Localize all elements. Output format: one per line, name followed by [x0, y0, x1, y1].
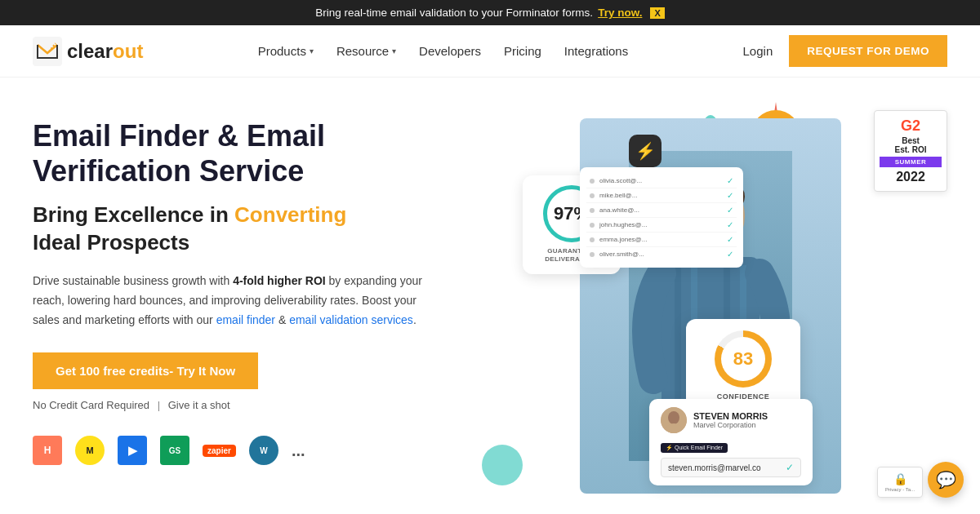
chat-icon: 💬 [936, 470, 956, 490]
email-list-card: olivia.scott@...✓ mike.bell@...✓ ana.whi… [580, 167, 743, 268]
navbar: clearout Products ▾ Resource ▾ Developer… [0, 25, 980, 78]
products-chevron-icon: ▾ [310, 47, 314, 55]
logo[interactable]: clearout [33, 37, 143, 66]
pabbly-icon[interactable]: ▶ [118, 436, 147, 465]
nav-item-products[interactable]: Products ▾ [258, 44, 314, 58]
nav-right: Login REQUEST FOR DEMO [743, 35, 947, 67]
list-row: john.hughes@...✓ [586, 218, 737, 233]
steven-company: Marvel Corporation [693, 421, 768, 429]
recaptcha-widget: 🔒 Privacy - Ta... [877, 467, 923, 498]
g2-logo: G2 [880, 117, 942, 135]
hero-subtitle-plain: Bring Excellence in [33, 202, 234, 227]
hero-subtitle-highlight: Converting [234, 202, 346, 227]
hero-subtitle-end: Ideal Prospects [33, 230, 189, 255]
list-dot [590, 237, 595, 242]
nav-links: Products ▾ Resource ▾ Developers Pricing… [169, 44, 716, 58]
chat-bubble[interactable]: 💬 [928, 462, 964, 498]
cta-subtext: No Credit Card Required | Give it a shot [33, 399, 457, 411]
request-demo-button[interactable]: REQUEST FOR DEMO [789, 35, 947, 67]
list-dot [590, 179, 595, 184]
hero-image-area: ⚡ 97% GUARANTEED DELIVERABLES olivia.sco… [474, 102, 866, 507]
top-banner: Bring real-time email validation to your… [0, 0, 980, 25]
quick-email-icon: ⚡ [666, 445, 673, 450]
svg-text:M: M [86, 445, 93, 455]
email-finder-link[interactable]: email finder [216, 313, 275, 326]
nav-item-developers[interactable]: Developers [419, 44, 481, 58]
nav-item-pricing[interactable]: Pricing [504, 44, 541, 58]
email-check-icon: ✓ [786, 462, 794, 473]
g2-roi: Est. ROI [880, 145, 942, 154]
banner-text: Bring real-time email validation to your… [315, 7, 593, 19]
zapier-icon[interactable]: zapier [203, 445, 236, 457]
banner-close[interactable]: X [650, 7, 664, 19]
hero-roi-bold: 4-fold higher ROI [233, 274, 326, 287]
steven-badge: ⚡ Quick Email Finder [661, 443, 728, 453]
g2-summer: SUMMER [880, 157, 942, 167]
steven-header: STEVEN MORRIS Marvel Corporation [661, 407, 801, 433]
recaptcha-logo: 🔒 [884, 472, 915, 485]
g2-year: 2022 [880, 170, 942, 184]
confidence-circle: 83 [715, 330, 772, 388]
integrations-bar: H M ▶ GS zapier W ... [33, 436, 457, 465]
hero-title: Email Finder & EmailVerification Service [33, 118, 457, 188]
confidence-score: 83 [733, 348, 753, 370]
steven-name: STEVEN MORRIS [693, 411, 768, 421]
wordpress-icon[interactable]: W [249, 436, 278, 465]
svg-text:W: W [260, 446, 268, 455]
email-validation-link[interactable]: email validation services [289, 313, 413, 326]
svg-text:H: H [44, 445, 51, 456]
g2-badge: G2 Best Est. ROI SUMMER 2022 [874, 110, 947, 192]
steven-email: steven.morris@marvel.co ✓ [661, 458, 801, 477]
list-row: olivia.scott@...✓ [586, 174, 737, 188]
googlesheets-icon[interactable]: GS [160, 436, 189, 465]
list-row: ana.white@...✓ [586, 203, 737, 218]
list-dot [590, 252, 595, 257]
hero-left: Email Finder & EmailVerification Service… [33, 110, 457, 507]
list-row: oliver.smith@...✓ [586, 247, 737, 261]
cta-button[interactable]: Get 100 free credits- Try It Now [33, 352, 258, 389]
svg-point-24 [668, 411, 679, 424]
logo-icon [33, 37, 62, 66]
hero-description: Drive sustainable business growth with 4… [33, 272, 425, 330]
g2-best: Best [880, 136, 942, 145]
login-link[interactable]: Login [743, 44, 773, 58]
hero-right: G2 Best Est. ROI SUMMER 2022 [457, 110, 947, 507]
mailchimp-icon[interactable]: M [75, 436, 105, 465]
steven-card: STEVEN MORRIS Marvel Corporation ⚡ Quick… [649, 399, 813, 485]
steven-avatar [661, 407, 687, 433]
nav-item-resource[interactable]: Resource ▾ [336, 44, 396, 58]
svg-text:GS: GS [169, 446, 181, 455]
resource-chevron-icon: ▾ [392, 47, 396, 55]
lightning-card: ⚡ [629, 135, 662, 167]
list-row: mike.bell@...✓ [586, 188, 737, 203]
more-integrations[interactable]: ... [292, 441, 305, 460]
hero-subtitle: Bring Excellence in Converting Ideal Pro… [33, 202, 457, 257]
separator: | [158, 399, 160, 411]
logo-text: clearout [67, 40, 143, 63]
nav-item-integrations[interactable]: Integrations [564, 44, 628, 58]
list-dot [590, 208, 595, 213]
list-dot [590, 223, 595, 228]
lightning-icon: ⚡ [635, 141, 656, 161]
deco-teal-circle [482, 445, 523, 485]
list-dot [590, 193, 595, 198]
banner-try-now[interactable]: Try now. [598, 7, 642, 19]
hubspot-icon[interactable]: H [33, 436, 62, 465]
list-row: emma.jones@...✓ [586, 233, 737, 247]
hero-section: Email Finder & EmailVerification Service… [0, 78, 980, 507]
